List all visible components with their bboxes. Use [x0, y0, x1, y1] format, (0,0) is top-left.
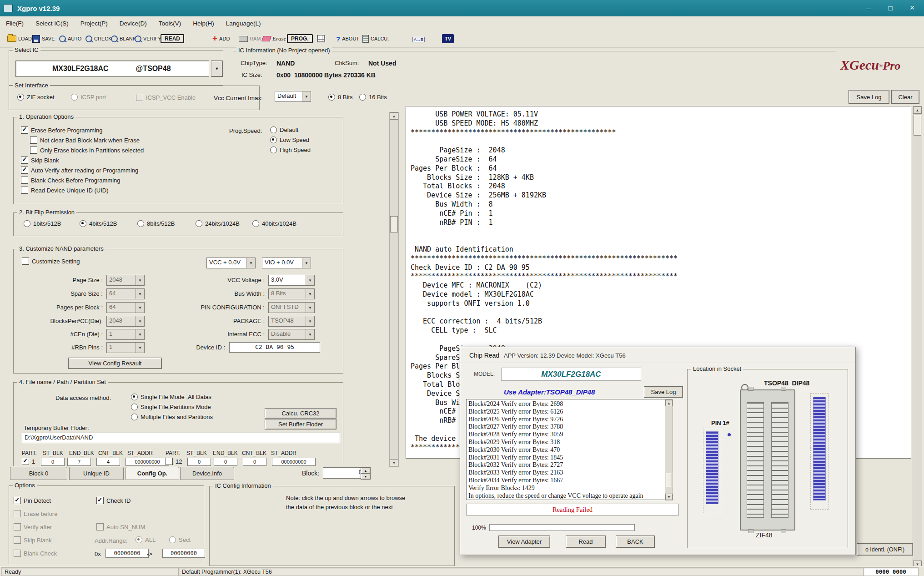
- checkbox-check-id[interactable]: Check ID: [96, 497, 131, 504]
- minimize-button[interactable]: [859, 2, 878, 14]
- tab-unique-id[interactable]: Unique ID: [69, 467, 124, 480]
- ab-compare-button[interactable]: [412, 32, 425, 45]
- checkbox-auto-verify[interactable]: Auto Verify after reading or Programming: [21, 167, 138, 174]
- vcc-imax-dropdown[interactable]: Default: [275, 91, 311, 102]
- scroll-up-icon[interactable]: [390, 112, 398, 120]
- blocks-per-ce-dropdown[interactable]: 2048: [106, 316, 145, 327]
- radio-1bits[interactable]: 1bits/512B: [24, 220, 61, 227]
- radio-8bits[interactable]: 8bits/512B: [137, 220, 175, 227]
- cnt-blk-field[interactable]: 4: [96, 458, 120, 466]
- calculator-button[interactable]: CALCU.: [362, 32, 389, 45]
- menu-project[interactable]: Project(P): [75, 18, 114, 29]
- about-button[interactable]: ABOUT: [336, 32, 359, 45]
- checkbox-only-erase-partitions[interactable]: Only Erase blocks in Partitions selected: [30, 147, 144, 154]
- radio-icsp-port[interactable]: ICSP port: [71, 94, 106, 101]
- device-id-field[interactable]: C2 DA 90 95: [229, 342, 320, 353]
- block-spin-down[interactable]: ▼: [361, 473, 371, 480]
- radio-speed-low[interactable]: Low Speed: [270, 136, 309, 143]
- page-size-dropdown[interactable]: 2048: [106, 275, 145, 286]
- rbn-pins-dropdown[interactable]: 1: [106, 342, 145, 353]
- ram-button[interactable]: RAM: [239, 32, 261, 45]
- back-button[interactable]: BACK: [616, 536, 655, 548]
- scroll-thumb[interactable]: [390, 216, 398, 232]
- buffer-grid-button[interactable]: [317, 32, 325, 45]
- clear-button[interactable]: Clear: [891, 90, 919, 104]
- scroll-up-icon[interactable]: [665, 400, 673, 406]
- st-addr-field[interactable]: 000000000: [272, 458, 316, 466]
- menu-language[interactable]: Language(L): [220, 18, 267, 29]
- scroll-down-icon[interactable]: [390, 459, 398, 466]
- radio-24bits[interactable]: 24bits/1024B: [196, 220, 240, 227]
- checkbox-erase-before-programming[interactable]: Erase Before Programming: [21, 126, 103, 134]
- end-blk-field[interactable]: 7: [67, 458, 91, 466]
- st-addr-field[interactable]: 000000000: [126, 458, 169, 466]
- left-panel-scrollbar[interactable]: [389, 112, 399, 467]
- set-buffer-folder-button[interactable]: Set Buffer Floder: [265, 419, 336, 429]
- st-blk-field[interactable]: 0: [41, 458, 65, 466]
- auto-button[interactable]: AUTO: [59, 32, 81, 45]
- menu-file[interactable]: File(F): [0, 18, 30, 29]
- checkbox-blank-check-opt[interactable]: Blank Check: [14, 550, 57, 557]
- radio-single-file-all[interactable]: Single File Mode ,All Datas: [131, 394, 211, 400]
- console-scrollbar[interactable]: [913, 106, 922, 568]
- pin-configuration-dropdown[interactable]: ONFI STD: [268, 302, 315, 313]
- load-button[interactable]: LOAD: [7, 32, 32, 45]
- radio-multiple-files[interactable]: Multiple Files and Partitions: [131, 414, 213, 420]
- checkbox-read-uid[interactable]: Read Device Unique ID (UID): [21, 187, 109, 194]
- pages-per-block-dropdown[interactable]: 64: [106, 302, 145, 313]
- cen-die-dropdown[interactable]: 1: [106, 329, 145, 340]
- checkbox-blank-check-before[interactable]: Blank Check Before Programming: [21, 177, 121, 184]
- checkbox-auto-sn[interactable]: Auto SN_NUM: [96, 523, 145, 531]
- view-config-result-button[interactable]: View Config Resault: [68, 358, 162, 369]
- dialog-save-log-button[interactable]: Save Log: [644, 386, 683, 398]
- menu-device[interactable]: Device(D): [114, 18, 153, 29]
- tab-block0[interactable]: Block 0: [10, 467, 67, 480]
- tv-button[interactable]: TV: [442, 32, 454, 45]
- block-spinner-field[interactable]: 0: [323, 467, 365, 479]
- tab-device-info[interactable]: Device.Info: [180, 467, 234, 480]
- view-adapter-button[interactable]: View Adapter: [498, 536, 550, 548]
- scroll-down-icon[interactable]: [665, 494, 673, 500]
- read-button-dialog[interactable]: Read: [566, 536, 606, 548]
- radio-single-file-partitions[interactable]: Single File,Partitions Mode: [131, 404, 211, 410]
- partition-row-12-checkbox[interactable]: 12: [166, 458, 182, 465]
- bus-width-dropdown[interactable]: 8 Bits: [268, 288, 315, 299]
- menu-tools[interactable]: Tools(V): [153, 18, 187, 29]
- checkbox-not-clear-bad-block[interactable]: Not clear Bad Block Mark when Erase: [30, 136, 140, 144]
- vcc-adjust-dropdown[interactable]: VCC + 0.0V: [206, 258, 256, 268]
- list-scrollbar[interactable]: [665, 399, 673, 500]
- checkbox-icsp-vcc[interactable]: ICSP_VCC Enable: [136, 94, 196, 101]
- blank-button[interactable]: BLANK: [111, 32, 136, 45]
- prog-button[interactable]: PROG.: [287, 32, 313, 45]
- checkbox-erase-before[interactable]: Erase before: [14, 510, 57, 517]
- save-log-button[interactable]: Save Log: [849, 90, 889, 104]
- checkbox-skip-blank[interactable]: Skip Blank: [21, 157, 59, 164]
- radio-addr-all[interactable]: ALL: [136, 536, 156, 543]
- checkbox-skip-blank-opt[interactable]: Skip Blank: [14, 536, 51, 544]
- vio-adjust-dropdown[interactable]: VIO + 0.0V: [262, 258, 311, 268]
- package-dropdown[interactable]: TSOP48: [268, 316, 315, 327]
- addr-from-field[interactable]: 00000000: [105, 549, 149, 558]
- st-blk-field[interactable]: 0: [187, 458, 211, 466]
- radio-40bits[interactable]: 40bits/1024B: [252, 220, 296, 227]
- close-button[interactable]: [903, 2, 921, 14]
- radio-16-bits[interactable]: 16 Bits: [359, 94, 387, 101]
- read-button[interactable]: READ: [161, 32, 184, 45]
- verify-button[interactable]: VERIFY: [135, 32, 161, 45]
- ic-select-combo[interactable]: MX30LF2G18AC @TSOP48: [15, 61, 209, 77]
- calc-crc32-button[interactable]: Calcu. CRC32: [265, 408, 336, 419]
- radio-8-bits[interactable]: 8 Bits: [328, 94, 353, 101]
- checkbox-customize-setting[interactable]: Customize Setting: [22, 258, 80, 265]
- tab-config-op[interactable]: Config Op.: [126, 467, 179, 480]
- verify-error-list[interactable]: Block#2024 Verify error Bytes: 2698Block…: [466, 399, 673, 500]
- cnt-blk-field[interactable]: 0: [243, 458, 266, 466]
- maximize-button[interactable]: [881, 2, 899, 14]
- scroll-up-icon[interactable]: [913, 106, 922, 114]
- radio-zif-socket[interactable]: ZIF socket: [17, 94, 55, 101]
- check-button[interactable]: CHECK: [85, 32, 112, 45]
- radio-speed-high[interactable]: High Speed: [270, 147, 311, 153]
- erase-button[interactable]: Erase: [262, 32, 286, 45]
- addr-to-field[interactable]: 00000000: [162, 549, 205, 558]
- ic-combo-dropdown-button[interactable]: ▼: [211, 61, 223, 77]
- vcc-voltage-dropdown[interactable]: 3.0V: [268, 275, 315, 286]
